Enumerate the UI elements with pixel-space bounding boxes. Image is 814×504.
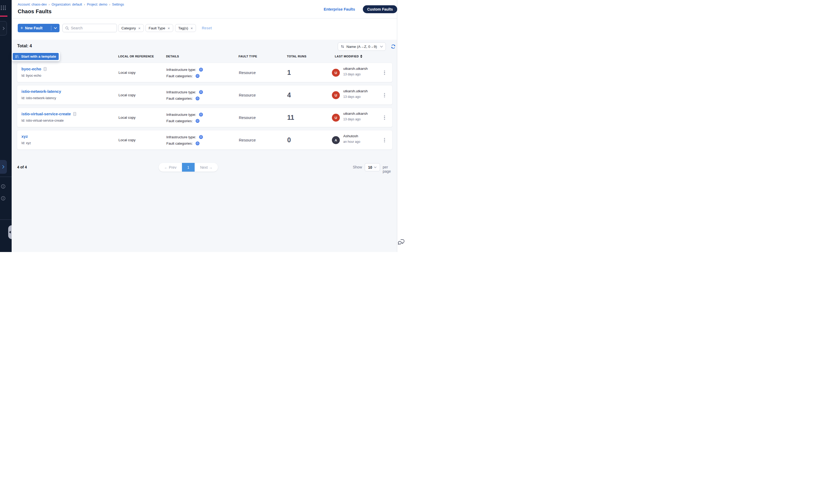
arrow-right-icon: → <box>209 165 212 169</box>
filter-tags-label: Tag(s) <box>178 26 188 30</box>
button-divider <box>51 26 51 30</box>
prev-page-button[interactable]: ← Prev <box>159 165 182 169</box>
arrow-left-icon: ← <box>164 165 168 169</box>
table-row: byoc-echo Id: byoc-echo Local copy Infra… <box>17 63 392 82</box>
refresh-button[interactable] <box>391 44 396 49</box>
breadcrumb: Account: chaos-dev › Organization: defau… <box>18 3 124 6</box>
column-last-modified[interactable]: LAST MODIFIED <box>335 55 362 58</box>
new-fault-button[interactable]: + New Fault <box>18 24 60 32</box>
manifest-icon[interactable] <box>73 112 76 116</box>
fault-categories-label: Fault categories: <box>166 74 193 78</box>
fault-id: Id: istio-network-latency <box>21 96 56 100</box>
breadcrumb-project[interactable]: Project: demo <box>87 3 107 6</box>
column-label: LAST MODIFIED <box>335 55 359 58</box>
filter-category[interactable]: Category × <box>118 24 144 32</box>
local-or-reference: Local copy <box>118 130 136 150</box>
chevron-down-icon <box>374 167 377 168</box>
modified-time: 13 days ago <box>343 72 360 76</box>
pagination-count: 4 of 4 <box>17 165 27 169</box>
details-cell: Infrastructure type: Fault categories: <box>166 134 203 146</box>
chat-bubbles-icon <box>397 239 405 247</box>
help-info-icon[interactable] <box>1 196 6 201</box>
sidebar-collapsed-module[interactable] <box>0 21 7 35</box>
fault-type: Resource <box>239 108 256 127</box>
custom-faults-button[interactable]: Custom Faults <box>363 5 397 13</box>
column-label: FAULT TYPE <box>239 55 257 58</box>
local-or-reference: Local copy <box>118 85 136 105</box>
sort-select[interactable]: Name (A→Z, 0→9) <box>338 42 386 51</box>
table-row: istio-virtual-service-create Id: istio-v… <box>17 108 392 127</box>
breadcrumb-account[interactable]: Account: chaos-dev <box>18 3 47 6</box>
search-icon <box>65 26 69 30</box>
enterprise-faults-link[interactable]: Enterprise Faults <box>324 7 355 11</box>
row-menu-button[interactable] <box>383 114 386 121</box>
accent-line <box>0 16 7 17</box>
sort-arrows-icon <box>341 45 344 48</box>
sidebar-expand-button[interactable] <box>0 160 7 174</box>
avatar: A <box>332 136 340 144</box>
reset-filters-link[interactable]: Reset <box>202 24 212 32</box>
fault-name-link[interactable]: xyz <box>21 134 28 139</box>
modified-by-user: utkarsh.utkarsh <box>343 89 368 93</box>
close-icon[interactable]: × <box>168 26 170 30</box>
fault-name-link[interactable]: istio-virtual-service-create <box>21 112 71 116</box>
fault-categories-label: Fault categories: <box>166 97 193 100</box>
row-menu-button[interactable] <box>383 92 386 99</box>
filter-tags[interactable]: Tag(s) × <box>175 24 196 32</box>
local-or-reference: Local copy <box>118 63 136 83</box>
content-area: Total: 4 Name (A→Z, 0→9) <box>12 40 397 252</box>
next-page-button[interactable]: Next → <box>195 165 218 169</box>
row-menu-button[interactable] <box>383 69 386 76</box>
modified-time: an hour ago <box>343 140 360 144</box>
kubernetes-icon <box>199 90 203 94</box>
close-icon[interactable]: × <box>191 26 193 30</box>
column-label: DETAILS <box>166 55 179 58</box>
close-icon[interactable]: × <box>138 26 141 30</box>
info-icon[interactable] <box>1 184 6 189</box>
breadcrumb-organization[interactable]: Organization: default <box>52 3 82 6</box>
start-with-template-label: Start with a template <box>21 54 56 58</box>
infrastructure-type-label: Infrastructure type: <box>166 113 196 117</box>
triangle-left-icon <box>9 231 11 233</box>
filter-fault-type-label: Fault Type <box>149 26 165 30</box>
page-1-button[interactable]: 1 <box>182 163 195 172</box>
app-grid-icon[interactable] <box>1 6 6 10</box>
row-menu-button[interactable] <box>383 137 386 144</box>
per-page-value: 10 <box>368 165 372 169</box>
fault-type: Resource <box>239 63 256 83</box>
plus-icon: + <box>20 25 23 31</box>
fault-name-link[interactable]: byoc-echo <box>21 67 41 71</box>
modified-time: 13 days ago <box>343 117 360 121</box>
kubernetes-icon <box>199 112 203 117</box>
modified-time: 13 days ago <box>343 95 360 99</box>
filter-fault-type[interactable]: Fault Type × <box>145 24 173 32</box>
main-panel: Account: chaos-dev › Organization: defau… <box>12 0 397 252</box>
chat-support-button[interactable] <box>397 239 405 247</box>
column-label: TOTAL RUNS <box>287 55 307 58</box>
per-page-label: per page <box>383 165 397 173</box>
search-box <box>62 24 117 32</box>
column-details: DETAILS <box>166 55 179 58</box>
start-with-template-item[interactable]: Start with a template <box>13 53 59 60</box>
breadcrumb-separator: › <box>49 3 50 6</box>
filter-category-label: Category <box>121 26 136 30</box>
kubernetes-icon <box>195 74 200 78</box>
fault-categories-label: Fault categories: <box>166 119 193 123</box>
modified-by-user: utkarsh.utkarsh <box>343 112 368 116</box>
template-icon <box>15 55 19 58</box>
sidebar-collapse-handle[interactable] <box>8 225 12 239</box>
search-input[interactable] <box>71 26 113 30</box>
chevron-down-icon[interactable] <box>54 27 57 29</box>
fault-name-link[interactable]: istio-network-latency <box>21 89 61 94</box>
fault-id: Id: byoc-echo <box>21 74 41 77</box>
total-runs: 0 <box>287 136 291 144</box>
table-row: xyz Id: xyz Local copy Infrastructure ty… <box>17 130 392 150</box>
manifest-icon[interactable] <box>44 67 47 71</box>
breadcrumb-settings[interactable]: Settings <box>112 3 124 6</box>
breadcrumb-separator: › <box>84 3 85 6</box>
chaos-faults-page: Account: chaos-dev › Organization: defau… <box>0 0 407 252</box>
modified-by-user: Ashutosh <box>343 134 358 138</box>
per-page-select[interactable]: 10 <box>365 163 380 171</box>
pager: ← Prev 1 Next → <box>159 163 218 172</box>
table-header-row: FAULT NAME LOCAL OR REFERENCE DETAILS FA… <box>12 55 397 59</box>
